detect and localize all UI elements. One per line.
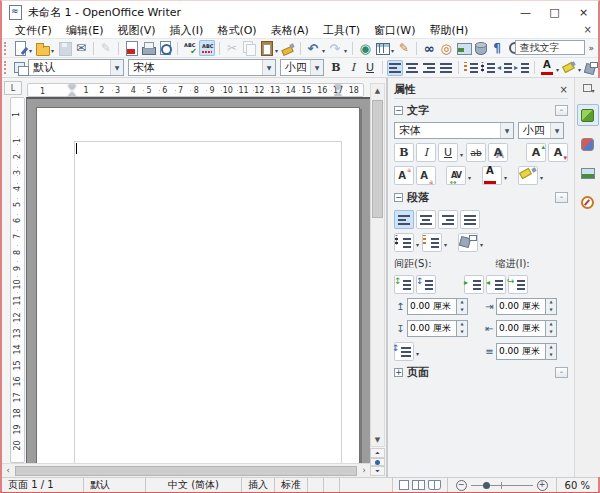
spacing-increase-icon[interactable]	[394, 275, 414, 294]
toolbar-grip[interactable]	[4, 42, 9, 55]
menu-item[interactable]: 格式(O)	[210, 23, 263, 38]
page-style-cell[interactable]: 默认	[84, 478, 146, 492]
chevron-down-icon[interactable]: ▼	[310, 60, 323, 75]
bullet-list-icon[interactable]	[394, 233, 414, 252]
bold-icon[interactable]: B	[394, 143, 414, 162]
styles-window-icon[interactable]	[12, 60, 28, 76]
indent-increase-icon[interactable]	[464, 275, 484, 294]
left-indent-marker[interactable]	[68, 85, 77, 97]
find-text-input[interactable]	[515, 40, 585, 55]
multi-page-view-icon[interactable]	[412, 480, 425, 490]
more-options-icon[interactable]: –	[555, 192, 568, 203]
menu-item[interactable]: 视图(V)	[110, 23, 162, 38]
indent-after-input[interactable]	[496, 320, 546, 337]
hyperlink-icon[interactable]	[357, 40, 373, 56]
sidebar-settings-icon[interactable]	[581, 82, 595, 94]
menu-item[interactable]: 插入(I)	[163, 23, 211, 38]
table-dropdown[interactable]: ▾	[391, 47, 394, 54]
increase-size-icon[interactable]	[526, 143, 546, 162]
tab-gallery[interactable]	[577, 162, 599, 184]
align-center-icon[interactable]	[416, 210, 436, 229]
align-left-icon[interactable]	[387, 60, 403, 76]
align-left-icon[interactable]	[394, 210, 414, 229]
highlighting-icon[interactable]	[518, 166, 538, 185]
document-page[interactable]	[36, 107, 360, 463]
align-justify-icon[interactable]	[438, 60, 454, 76]
underline-dropdown[interactable]: ▾	[460, 151, 463, 158]
spinner[interactable]: ▲▼	[457, 298, 468, 315]
horizontal-scrollbar[interactable]: ‹ ›	[2, 463, 370, 477]
decrease-indent-icon[interactable]	[497, 60, 513, 76]
right-indent-marker[interactable]	[334, 85, 343, 97]
page-section-header[interactable]: + 页面 –	[394, 364, 568, 381]
superscript-icon[interactable]	[394, 166, 414, 185]
scroll-right-icon[interactable]: ›	[358, 465, 370, 477]
vertical-scroll-thumb[interactable]	[372, 100, 383, 218]
selection-mode-cell[interactable]: 标准	[275, 478, 308, 492]
indent-before-input[interactable]	[496, 298, 546, 315]
paragraph-section-header[interactable]: − 段落 –	[394, 189, 568, 206]
menu-item[interactable]: 表格(A)	[264, 23, 316, 38]
menu-item[interactable]: 文件(F)	[8, 23, 59, 38]
vertical-ruler[interactable]: 1 1234567891011121314151617181920	[10, 97, 25, 463]
new-document-icon[interactable]	[12, 40, 28, 56]
close-document-icon[interactable]: ×	[584, 24, 592, 35]
format-paintbrush-icon[interactable]	[280, 40, 296, 56]
align-center-icon[interactable]	[404, 60, 420, 76]
bullet-list-icon[interactable]	[480, 60, 496, 76]
numbered-list-icon[interactable]	[422, 233, 442, 252]
new-document-dropdown[interactable]: ▾	[29, 47, 32, 54]
toolbar-grip[interactable]	[4, 61, 9, 74]
chevron-down-icon[interactable]: ▼	[110, 60, 123, 75]
char-spacing-icon[interactable]	[446, 166, 466, 185]
undo-icon[interactable]	[305, 40, 321, 56]
numbered-list-dropdown[interactable]: ▾	[444, 241, 447, 248]
spellcheck-icon[interactable]	[182, 40, 198, 56]
char-spacing-dropdown[interactable]: ▾	[468, 174, 471, 181]
subscript-icon[interactable]	[416, 166, 436, 185]
align-right-icon[interactable]	[438, 210, 458, 229]
menu-item[interactable]: 编辑(E)	[59, 23, 111, 38]
align-right-icon[interactable]	[421, 60, 437, 76]
formatting-marks-icon[interactable]	[489, 40, 505, 56]
paragraph-background-dropdown[interactable]: ▾	[480, 241, 483, 248]
horizontal-scroll-thumb[interactable]	[15, 466, 357, 476]
underline-icon[interactable]: U	[438, 143, 458, 162]
chevron-down-icon[interactable]: ▼	[550, 123, 563, 138]
menu-item[interactable]: 窗口(W)	[367, 23, 422, 38]
spacing-decrease-icon[interactable]	[416, 275, 436, 294]
data-sources-icon[interactable]	[472, 40, 488, 56]
table-icon[interactable]	[374, 40, 390, 56]
scroll-left-icon[interactable]: ‹	[2, 465, 14, 477]
menu-item[interactable]: 工具(T)	[316, 23, 367, 38]
font-color-icon[interactable]	[482, 166, 502, 185]
scroll-up-icon[interactable]: ▲	[371, 84, 384, 97]
line-spacing-icon[interactable]	[394, 342, 414, 361]
zoom-slider[interactable]	[471, 485, 533, 486]
print-icon[interactable]	[140, 40, 156, 56]
spinner[interactable]: ▲▼	[546, 298, 557, 315]
sidebar-font-name-combo[interactable]: 宋体 ▼	[394, 122, 514, 139]
expand-icon[interactable]: +	[394, 368, 403, 377]
navigator-icon[interactable]	[438, 40, 454, 56]
spacing-below-input[interactable]	[407, 320, 457, 337]
increase-indent-icon[interactable]	[514, 60, 530, 76]
highlighting-dropdown[interactable]: ▾	[578, 66, 581, 73]
indent-switch-icon[interactable]	[508, 275, 528, 294]
spacing-above-input[interactable]	[407, 298, 457, 315]
highlighting-dropdown[interactable]: ▾	[540, 174, 543, 181]
align-justify-icon[interactable]	[460, 210, 480, 229]
navigation-dot-icon[interactable]	[370, 458, 385, 466]
strikethrough-icon[interactable]	[466, 143, 486, 162]
gallery-icon[interactable]	[455, 40, 471, 56]
collapse-icon[interactable]: −	[394, 193, 403, 202]
single-page-view-icon[interactable]	[399, 480, 409, 490]
spinner[interactable]: ▲▼	[546, 343, 557, 360]
page-preview-icon[interactable]	[157, 40, 173, 56]
next-page-icon[interactable]: ⏷	[370, 466, 385, 476]
font-color-icon[interactable]	[539, 60, 555, 76]
sidebar-close-icon[interactable]: ×	[560, 84, 568, 95]
open-folder-icon[interactable]	[34, 40, 50, 56]
draw-functions-icon[interactable]	[396, 40, 412, 56]
auto-spellcheck-icon[interactable]	[199, 40, 215, 56]
